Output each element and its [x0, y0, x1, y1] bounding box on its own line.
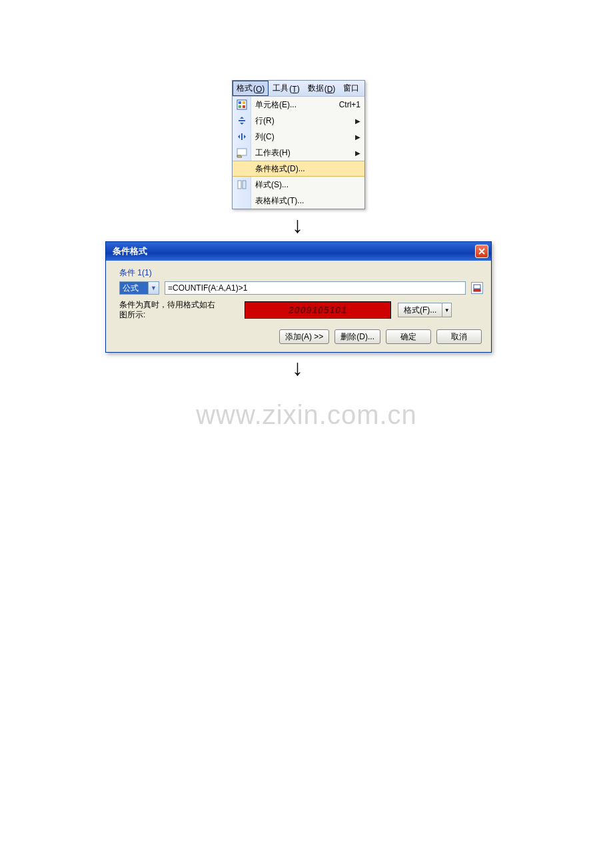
down-arrow-icon: ↓ — [292, 355, 303, 381]
preview-description: 条件为真时，待用格式如右 图所示: — [119, 300, 238, 320]
svg-rect-5 — [239, 120, 245, 121]
menubar: 格式 (O) 工具 (T) 数据 (D) 窗口 — [233, 81, 364, 97]
svg-rect-8 — [238, 181, 241, 189]
submenu-arrow-icon: ▶ — [355, 117, 360, 125]
condition-group-label: 条件 1(1) — [114, 267, 483, 281]
menubar-tools-label: 工具 — [273, 83, 289, 94]
menu-item-table-styles[interactable]: 表格样式(T)... — [233, 193, 364, 209]
menubar-tools[interactable]: 工具 (T) — [269, 81, 303, 96]
dialog-body: 条件 1(1) 公式 ▼ =COUNTIF(A:A,A1)>1 — [106, 261, 491, 352]
menu-item-label: 条件格式(D)... — [251, 163, 360, 175]
dialog-titlebar: 条件格式 — [106, 242, 491, 261]
menu-items: 单元格(E)... Ctrl+1 行(R) ▶ — [233, 97, 364, 209]
menu-item-label: 样式(S)... — [251, 179, 360, 191]
format-button-label: 格式(F)... — [398, 305, 442, 316]
svg-rect-11 — [474, 289, 480, 291]
svg-rect-4 — [243, 105, 245, 108]
collapse-icon — [473, 284, 481, 292]
menubar-window-label: 窗口 — [343, 83, 359, 94]
menubar-data-label: 数据 — [308, 83, 324, 94]
sheet-tab-icon — [237, 147, 247, 158]
svg-rect-7 — [237, 149, 247, 155]
menubar-format-label: 格式 — [237, 83, 253, 94]
menu-item-shortcut: Ctrl+1 — [335, 100, 360, 109]
svg-rect-1 — [239, 101, 241, 104]
down-arrow-icon: ↓ — [292, 212, 303, 238]
menubar-format[interactable]: 格式 (O) — [233, 81, 269, 96]
menu-item-worksheet[interactable]: 工作表(H) ▶ — [233, 145, 364, 161]
formula-input[interactable]: =COUNTIF(A:A,A1)>1 — [165, 281, 466, 295]
dialog-title: 条件格式 — [113, 245, 147, 257]
preview-value: 2009105101 — [289, 305, 347, 315]
row-height-icon — [237, 115, 247, 126]
format-menu: 格式 (O) 工具 (T) 数据 (D) 窗口 — [232, 80, 365, 209]
delete-button[interactable]: 删除(D)... — [334, 329, 380, 344]
watermark-text: www.zixin.com.cn — [0, 400, 613, 430]
dropdown-value: 公式 — [120, 282, 148, 294]
menu-item-cells[interactable]: 单元格(E)... Ctrl+1 — [233, 97, 364, 113]
menu-item-label: 列(C) — [251, 131, 355, 143]
svg-rect-10 — [474, 285, 480, 289]
ok-button[interactable]: 确定 — [386, 329, 431, 344]
svg-rect-9 — [243, 181, 246, 189]
close-icon — [478, 248, 485, 255]
condition-row: 公式 ▼ =COUNTIF(A:A,A1)>1 — [114, 281, 483, 295]
menu-item-styles[interactable]: 样式(S)... — [233, 177, 364, 193]
menu-item-label: 表格样式(T)... — [251, 195, 360, 207]
submenu-arrow-icon: ▶ — [355, 149, 360, 157]
chevron-down-icon: ▼ — [442, 303, 451, 317]
menubar-window[interactable]: 窗口 — [339, 81, 363, 96]
formula-value: =COUNTIF(A:A,A1)>1 — [168, 283, 247, 293]
menubar-data[interactable]: 数据 (D) — [304, 81, 340, 96]
menu-item-column[interactable]: 列(C) ▶ — [233, 129, 364, 145]
svg-rect-6 — [241, 133, 243, 140]
menu-item-conditional-format[interactable]: 条件格式(D)... — [233, 161, 364, 177]
format-preview: 2009105101 — [245, 301, 391, 319]
submenu-arrow-icon: ▶ — [355, 133, 360, 141]
menu-item-label: 工作表(H) — [251, 147, 355, 159]
svg-rect-3 — [239, 105, 241, 108]
column-width-icon — [237, 131, 247, 142]
menu-item-label: 行(R) — [251, 115, 355, 127]
collapse-dialog-button[interactable] — [471, 282, 483, 294]
conditional-format-dialog: 条件格式 条件 1(1) 公式 ▼ =COUNTIF(A:A,A1)>1 — [105, 241, 492, 353]
cancel-button[interactable]: 取消 — [436, 329, 482, 344]
menu-item-row[interactable]: 行(R) ▶ — [233, 113, 364, 129]
menubar-data-key: (D) — [324, 84, 336, 93]
dialog-button-row: 添加(A) >> 删除(D)... 确定 取消 — [114, 329, 483, 344]
menubar-format-key: (O) — [253, 84, 265, 93]
format-split-button[interactable]: 格式(F)... ▼ — [398, 303, 452, 317]
condition-type-dropdown[interactable]: 公式 ▼ — [119, 281, 159, 295]
close-button[interactable] — [475, 245, 488, 258]
styles-icon — [237, 179, 247, 190]
cells-icon — [237, 99, 247, 110]
preview-row: 条件为真时，待用格式如右 图所示: 2009105101 格式(F)... ▼ — [114, 300, 483, 320]
menu-item-label: 单元格(E)... — [251, 99, 335, 111]
menubar-tools-key: (T) — [289, 84, 299, 93]
svg-rect-2 — [243, 101, 245, 104]
add-button[interactable]: 添加(A) >> — [279, 329, 329, 344]
chevron-down-icon: ▼ — [148, 282, 159, 294]
